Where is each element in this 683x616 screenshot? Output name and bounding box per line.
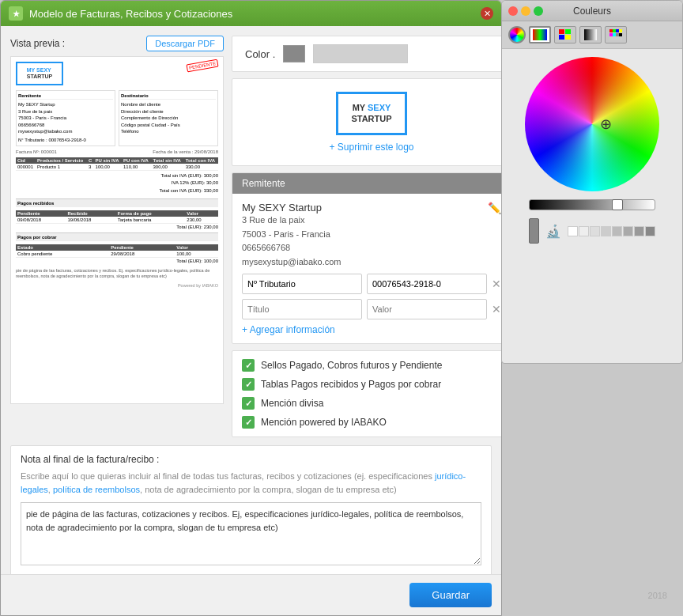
main-window: ★ Modelo de Facturas, Recibos y Cotizaci… [0, 0, 502, 616]
extra-field-row: ✕ [242, 299, 501, 319]
checkbox-powered[interactable] [242, 416, 255, 429]
logo-text: MY SEXYSTARTUP [351, 103, 391, 123]
add-info-link[interactable]: + Agregar información [242, 324, 501, 335]
swatch-cell[interactable] [623, 226, 633, 236]
logo-box: MY SEXYSTARTUP [336, 92, 407, 135]
couleurs-close-dot[interactable] [508, 6, 518, 16]
tributario-value-input[interactable] [367, 274, 487, 294]
svg-point-16 [527, 59, 657, 189]
toolbar-grid-button[interactable] [554, 26, 576, 43]
toolbar-custom-button[interactable] [605, 26, 627, 43]
close-button[interactable]: ✕ [481, 7, 493, 20]
extra-value-input[interactable] [367, 299, 487, 319]
option-powered-label: Mención powered by IABAKO [261, 417, 387, 428]
swatch-cell[interactable] [601, 226, 611, 236]
nota-title: Nota al final de la factura/recibo : [21, 454, 481, 465]
color-label: Color . [245, 48, 275, 60]
couleurs-minimize-dot[interactable] [521, 6, 530, 16]
nota-section: Nota al final de la factura/recibo : Esc… [10, 445, 492, 574]
window-footer: Guardar [1, 574, 501, 615]
svg-rect-12 [616, 33, 619, 36]
checkbox-sellos[interactable] [242, 359, 255, 372]
checkbox-tablas[interactable] [242, 378, 255, 391]
swatch-cell[interactable] [634, 226, 644, 236]
svg-rect-2 [565, 29, 571, 34]
option-tablas: Tablas Pagos recibidos y Pagos por cobra… [242, 378, 501, 391]
remove-logo-link[interactable]: + Suprimir este logo [329, 142, 413, 153]
color-wheel-tool-button[interactable] [508, 26, 526, 43]
title-bar: ★ Modelo de Facturas, Recibos y Cotizaci… [1, 1, 501, 26]
year-label: 2018 [648, 591, 667, 600]
svg-rect-9 [619, 29, 622, 32]
extra-title-input[interactable] [242, 299, 362, 319]
toolbar-grayscale-button[interactable] [579, 26, 602, 43]
remitente-company-name: My SEXY Startup [242, 202, 342, 214]
color-result-row: 🔬 [529, 218, 655, 244]
extra-delete-button[interactable]: ✕ [492, 303, 501, 316]
download-pdf-button[interactable]: Descargar PDF [146, 36, 224, 51]
swatch-cell[interactable] [612, 226, 622, 236]
preview-document: MY SEXYSTARTUP PENDIENTE Remitente My SE… [10, 56, 224, 404]
option-divisa: Mención divisa [242, 397, 501, 410]
result-swatch[interactable] [529, 218, 539, 244]
couleurs-body: ⊕ 🔬 [502, 49, 682, 363]
color-wheel-svg [525, 57, 659, 191]
couleurs-title-bar: Couleurs [502, 1, 682, 21]
option-divisa-label: Mención divisa [261, 398, 323, 409]
nota-textarea[interactable]: pie de página de las facturas, cotizacio… [21, 502, 481, 565]
politica-link[interactable]: política de reembolsos [53, 485, 140, 494]
svg-rect-11 [613, 33, 616, 36]
option-powered: Mención powered by IABAKO [242, 416, 501, 429]
toolbar-spectrum-button[interactable] [529, 26, 551, 43]
top-section: Vista previa : Descargar PDF MY SEXYSTAR… [10, 36, 492, 437]
edit-remitente-button[interactable]: ✏️ [488, 202, 501, 214]
app-icon: ★ [9, 6, 23, 21]
couleurs-title-text: Couleurs [573, 6, 611, 17]
brightness-track[interactable] [529, 199, 655, 210]
preview-header: Vista previa : Descargar PDF [10, 36, 224, 51]
couleurs-maximize-dot[interactable] [534, 6, 543, 16]
swatch-cell[interactable] [590, 226, 600, 236]
remitente-section: Remitente My SEXY Startup 3 Rue de la pa… [232, 172, 501, 344]
svg-rect-3 [559, 35, 564, 40]
remitente-header: Remitente [232, 173, 501, 194]
window-body: Vista previa : Descargar PDF MY SEXYSTAR… [1, 26, 501, 574]
tributario-field-row: ✕ [242, 274, 501, 294]
svg-rect-14 [609, 37, 622, 40]
color-swatch[interactable] [283, 45, 305, 62]
swatch-cell[interactable] [645, 226, 655, 236]
guardar-button[interactable]: Guardar [409, 583, 492, 607]
tributario-label-input[interactable] [242, 274, 362, 294]
svg-rect-6 [609, 29, 613, 32]
color-swatches-grid [568, 226, 655, 236]
brightness-thumb[interactable] [612, 199, 623, 210]
svg-rect-13 [619, 33, 622, 36]
svg-rect-0 [533, 29, 547, 40]
checkbox-divisa[interactable] [242, 397, 255, 410]
option-sellos-label: Sellos Pagado, Cobros futuros y Pendient… [261, 360, 442, 371]
option-tablas-label: Tablas Pagos recibidos y Pagos por cobra… [261, 379, 441, 390]
brightness-slider-row [529, 199, 655, 210]
svg-rect-4 [565, 35, 571, 40]
color-section: Color . [232, 36, 501, 72]
swatch-cell[interactable] [568, 226, 578, 236]
color-wheel-container[interactable]: ⊕ [525, 57, 659, 191]
nota-description: Escribe aquí lo que quieras incluir al f… [21, 470, 481, 496]
powered-label: Powered by IABAKO [16, 283, 218, 288]
logo-display: MY SEXYSTARTUP [336, 92, 407, 135]
doc-footer-text: pie de página de las facturas, cotizacio… [16, 268, 218, 280]
tributario-delete-button[interactable]: ✕ [492, 278, 501, 290]
remitente-address: 3 Rue de la paix75003 - Paris - Francia0… [242, 214, 342, 269]
svg-rect-1 [559, 29, 564, 34]
option-sellos: Sellos Pagado, Cobros futuros y Pendient… [242, 359, 501, 372]
color-hex-input[interactable] [313, 44, 408, 63]
swatch-cell[interactable] [579, 226, 589, 236]
options-section: Sellos Pagado, Cobros futuros y Pendient… [232, 350, 501, 437]
couleurs-window-controls [508, 6, 543, 16]
svg-rect-10 [609, 33, 613, 36]
svg-rect-5 [584, 29, 597, 40]
couleurs-panel: Couleurs [501, 0, 683, 364]
eyedropper-button[interactable]: 🔬 [545, 224, 561, 239]
preview-panel: Vista previa : Descargar PDF MY SEXYSTAR… [10, 36, 224, 437]
svg-rect-7 [613, 29, 616, 32]
